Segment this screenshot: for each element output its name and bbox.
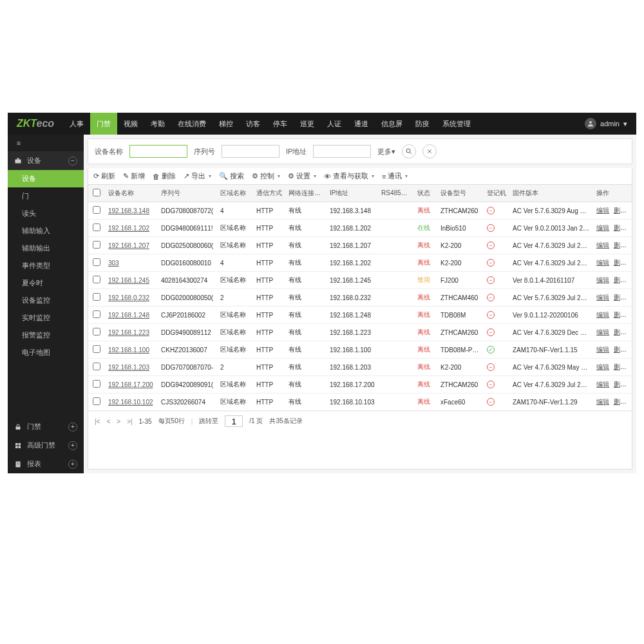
search-input-ip[interactable] bbox=[313, 145, 371, 158]
search-more-toggle[interactable]: 更多▾ bbox=[377, 147, 395, 156]
topnav-item-6[interactable]: 访客 bbox=[240, 113, 267, 135]
sidebar-item-6[interactable]: 夏令时 bbox=[8, 274, 84, 292]
pager-first-icon[interactable]: |< bbox=[95, 418, 100, 425]
pager-next-icon[interactable]: > bbox=[117, 418, 120, 425]
op-link[interactable]: 删除 bbox=[614, 207, 627, 214]
search-input-serial[interactable] bbox=[222, 145, 279, 158]
op-link[interactable]: 编辑 bbox=[596, 328, 609, 336]
row-checkbox[interactable] bbox=[93, 310, 100, 318]
op-link[interactable]: 删除 bbox=[614, 259, 627, 266]
topnav-item-11[interactable]: 信息屏 bbox=[375, 113, 409, 135]
row-checkbox[interactable] bbox=[93, 276, 100, 283]
sidebar-item-4[interactable]: 辅助输出 bbox=[8, 240, 84, 257]
device-name-link[interactable]: 303 bbox=[108, 260, 119, 267]
device-name-link[interactable]: 192.168.10.102 bbox=[108, 399, 153, 406]
op-link[interactable]: 编辑 bbox=[596, 224, 609, 231]
toolbar-btn-1[interactable]: ✎新增 bbox=[123, 171, 145, 181]
search-reset-icon[interactable] bbox=[422, 144, 437, 158]
topnav-item-4[interactable]: 在线消费 bbox=[171, 113, 213, 135]
op-link[interactable]: 编辑 bbox=[596, 363, 609, 370]
op-link[interactable]: 编辑 bbox=[596, 207, 609, 214]
toolbar-btn-3[interactable]: ↗导出 bbox=[184, 171, 211, 181]
device-name-link[interactable]: 192.168.1.248 bbox=[108, 312, 149, 319]
device-name-link[interactable]: 192.168.1.203 bbox=[108, 364, 149, 371]
sidebar-item-10[interactable]: 电子地图 bbox=[8, 344, 84, 361]
topnav-item-8[interactable]: 巡更 bbox=[294, 113, 321, 135]
op-link[interactable]: 删除 bbox=[614, 328, 627, 336]
row-checkbox[interactable] bbox=[93, 258, 100, 266]
row-checkbox[interactable] bbox=[93, 206, 100, 214]
toolbar-btn-2[interactable]: 🗑删除 bbox=[153, 171, 176, 181]
toolbar-btn-8[interactable]: ≡通讯 bbox=[382, 171, 408, 181]
row-checkbox[interactable] bbox=[93, 293, 100, 301]
op-link[interactable]: 删除 bbox=[614, 398, 627, 405]
topnav-item-1[interactable]: 门禁 bbox=[90, 113, 117, 135]
sidebar-item-7[interactable]: 设备监控 bbox=[8, 292, 84, 309]
device-name-link[interactable]: 192.168.0.232 bbox=[108, 294, 149, 301]
topnav-item-5[interactable]: 梯控 bbox=[213, 113, 240, 135]
op-link[interactable]: 删除 bbox=[614, 311, 627, 318]
row-checkbox[interactable] bbox=[93, 363, 100, 370]
device-name-link[interactable]: 192.168.17.200 bbox=[108, 381, 153, 388]
row-checkbox[interactable] bbox=[93, 397, 100, 405]
op-link[interactable]: 编辑 bbox=[596, 259, 609, 266]
toolbar-btn-6[interactable]: ⚙设置 bbox=[288, 171, 316, 181]
topnav-item-3[interactable]: 考勤 bbox=[144, 113, 171, 135]
pager-prev-icon[interactable]: < bbox=[106, 418, 110, 425]
expand-icon[interactable]: + bbox=[68, 460, 77, 469]
sidebar-bottom-2[interactable]: 报表+ bbox=[8, 455, 84, 473]
op-link[interactable]: 编辑 bbox=[596, 276, 609, 283]
topnav-item-10[interactable]: 通道 bbox=[348, 113, 375, 135]
op-link[interactable]: 编辑 bbox=[596, 381, 609, 388]
row-checkbox[interactable] bbox=[93, 345, 100, 353]
device-name-link[interactable]: 192.168.1.207 bbox=[108, 242, 149, 249]
device-name-link[interactable]: 192.168.3.148 bbox=[108, 207, 149, 214]
toolbar-btn-0[interactable]: ⟳刷新 bbox=[93, 171, 115, 181]
pager-page-input[interactable] bbox=[225, 415, 243, 427]
op-link[interactable]: 配置主设备 bbox=[631, 224, 632, 231]
sidebar-item-2[interactable]: 读头 bbox=[8, 205, 84, 222]
op-link[interactable]: 编辑 bbox=[596, 242, 609, 249]
search-input-name[interactable] bbox=[129, 145, 187, 158]
topnav-item-13[interactable]: 系统管理 bbox=[436, 113, 477, 135]
topnav-item-12[interactable]: 防疫 bbox=[409, 113, 436, 135]
op-link[interactable]: 删除 bbox=[614, 276, 627, 283]
row-checkbox[interactable] bbox=[93, 223, 100, 231]
op-link[interactable]: 编辑 bbox=[596, 398, 609, 405]
op-link[interactable]: 删除 bbox=[614, 381, 627, 388]
sidebar-bottom-0[interactable]: 门禁+ bbox=[8, 417, 84, 436]
sidebar-item-9[interactable]: 报警监控 bbox=[8, 327, 84, 344]
op-link[interactable]: 删除 bbox=[614, 224, 627, 231]
topnav-item-0[interactable]: 人事 bbox=[63, 113, 90, 135]
sidebar-item-3[interactable]: 辅助输入 bbox=[8, 222, 84, 240]
op-link[interactable]: 编辑 bbox=[596, 294, 609, 301]
toolbar-btn-4[interactable]: 🔍搜索 bbox=[219, 171, 244, 181]
pager-last-icon[interactable]: >| bbox=[127, 418, 132, 425]
toolbar-btn-7[interactable]: 👁查看与获取 bbox=[324, 171, 374, 181]
search-submit-icon[interactable] bbox=[402, 144, 416, 158]
sidebar-bottom-1[interactable]: 高级门禁+ bbox=[8, 436, 84, 455]
topnav-item-2[interactable]: 视频 bbox=[117, 113, 144, 135]
device-name-link[interactable]: 192.168.1.223 bbox=[108, 329, 149, 336]
sidebar-collapse-toggle[interactable]: ≡ bbox=[8, 135, 84, 151]
sidebar-item-5[interactable]: 事件类型 bbox=[8, 257, 84, 274]
row-checkbox[interactable] bbox=[93, 380, 100, 388]
device-name-link[interactable]: 192.168.1.100 bbox=[108, 346, 149, 354]
user-menu[interactable]: admin ▾ bbox=[576, 118, 636, 129]
sidebar-item-1[interactable]: 门 bbox=[8, 187, 84, 205]
topnav-item-9[interactable]: 人证 bbox=[321, 113, 348, 135]
op-link[interactable]: 删除 bbox=[614, 363, 627, 370]
op-link[interactable]: 编辑 bbox=[596, 311, 609, 318]
sidebar-group-device[interactable]: 设备 − bbox=[8, 151, 84, 170]
pager-perpage-label[interactable]: 每页50行 bbox=[158, 417, 185, 426]
topnav-item-7[interactable]: 停车 bbox=[267, 113, 294, 135]
op-link[interactable]: 删除 bbox=[614, 242, 627, 249]
expand-icon[interactable]: + bbox=[68, 422, 77, 431]
sidebar-item-0[interactable]: 设备 bbox=[8, 170, 84, 187]
op-link[interactable]: 删除 bbox=[614, 294, 627, 301]
device-name-link[interactable]: 192.168.1.245 bbox=[108, 277, 149, 284]
expand-icon[interactable]: + bbox=[68, 441, 77, 450]
row-checkbox[interactable] bbox=[93, 328, 100, 336]
device-name-link[interactable]: 192.168.1.202 bbox=[108, 225, 149, 232]
select-all-checkbox[interactable] bbox=[93, 189, 100, 196]
